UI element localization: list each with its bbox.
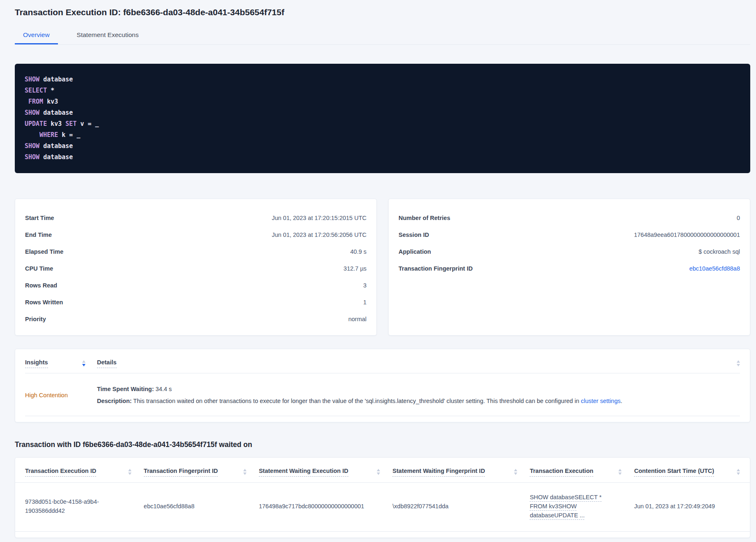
insights-header-cell: Insights — [25, 359, 97, 368]
transaction-fingerprint-link[interactable]: ebc10ae56cfd88a8 — [689, 264, 740, 273]
stat-label: Rows Read — [25, 281, 57, 290]
waited-on-table-header: Transaction Execution ID Transaction Fin… — [15, 468, 750, 477]
stat-row: Transaction Fingerprint ID ebc10ae56cfd8… — [399, 260, 740, 277]
description-period: . — [620, 398, 622, 404]
sql-line: FROM kv3 — [25, 96, 740, 107]
sql-token: k = _ — [58, 131, 80, 139]
tab-overview[interactable]: Overview — [15, 28, 58, 44]
sql-token: SET — [65, 120, 76, 127]
header-cell: Transaction Execution — [530, 468, 634, 477]
time-spent-waiting-label: Time Spent Waiting: — [97, 386, 154, 392]
stat-row: Priority normal — [25, 311, 366, 328]
sql-token: SHOW — [25, 76, 39, 83]
stat-label: Priority — [25, 315, 46, 324]
sort-icon[interactable] — [377, 468, 380, 475]
insight-details: Time Spent Waiting: 34.4 s Description: … — [97, 384, 740, 405]
stat-row: Start Time Jun 01, 2023 at 17:20:15:2015… — [25, 210, 366, 227]
sql-line: SHOW database — [25, 141, 740, 152]
column-header-details[interactable]: Details — [97, 359, 117, 368]
sql-line: SHOW database — [25, 74, 740, 85]
stat-value: Jun 01, 2023 at 17:20:15:2015 UTC — [272, 214, 366, 222]
sort-icon[interactable] — [243, 468, 247, 475]
sql-line: SELECT * — [25, 85, 740, 96]
sql-token: SHOW — [25, 153, 39, 161]
cell-transaction-execution: SHOW databaseSELECT * FROM kv3SHOW datab… — [530, 493, 634, 520]
cell-statement-waiting-fingerprint-id: \xdb8922f077541dda — [392, 502, 530, 511]
header-cell: Statement Waiting Fingerprint ID — [392, 468, 530, 477]
sql-token: kv3 — [43, 98, 58, 105]
stat-label: End Time — [25, 231, 52, 239]
stat-row: Session ID 17648a9eea6017800000000000000… — [399, 227, 740, 243]
stat-value: 3 — [363, 281, 366, 290]
sql-statements-box: SHOW database SELECT * FROM kv3 SHOW dat… — [15, 64, 750, 173]
stat-row: Rows Written 1 — [25, 294, 366, 311]
sql-token: kv3 — [47, 120, 65, 127]
stat-label: Session ID — [399, 231, 429, 239]
stat-label: Transaction Fingerprint ID — [399, 264, 472, 273]
session-summary-card: Number of Retries 0 Session ID 17648a9ee… — [388, 199, 750, 336]
page-title: Transaction Execution ID: f6be6366-da03-… — [15, 7, 750, 17]
sql-token: * — [47, 87, 54, 94]
transaction-execution-link[interactable]: SHOW databaseSELECT * FROM kv3SHOW datab… — [530, 493, 603, 520]
cell-contention-start-time: Jun 01, 2023 at 17:20:49:2049 — [634, 502, 740, 511]
stat-value: 1 — [363, 298, 366, 307]
insight-description: Description: This transaction waited on … — [97, 396, 740, 405]
sql-token: FROM — [25, 98, 43, 105]
time-spent-waiting: Time Spent Waiting: 34.4 s — [97, 384, 740, 394]
insights-header-cell: Details — [97, 359, 740, 368]
summary-cards-row: Start Time Jun 01, 2023 at 17:20:15:2015… — [15, 199, 750, 336]
stat-value: 17648a9eea6017800000000000000001 — [634, 231, 740, 239]
cell-statement-waiting-execution-id: 176498a9c717bdc80000000000000001 — [259, 502, 392, 511]
column-header-contention-start-time[interactable]: Contention Start Time (UTC) — [634, 468, 714, 477]
column-header-transaction-fingerprint-id[interactable]: Transaction Fingerprint ID — [144, 468, 218, 477]
stat-label: Start Time — [25, 214, 54, 222]
insight-badge: High Contention — [25, 392, 97, 398]
sql-token: v = _ — [76, 120, 99, 127]
column-header-statement-waiting-execution-id[interactable]: Statement Waiting Execution ID — [259, 468, 348, 477]
sort-icon[interactable] — [737, 468, 740, 475]
cluster-settings-link[interactable]: cluster settings — [581, 398, 621, 404]
sql-token: database — [39, 109, 73, 116]
stat-row: Rows Read 3 — [25, 277, 366, 294]
sql-token: database — [39, 76, 73, 83]
sort-icon[interactable] — [618, 468, 622, 475]
description-text: This transaction waited on other transac… — [132, 398, 581, 404]
sort-icon[interactable] — [82, 359, 85, 368]
sort-icon[interactable] — [128, 468, 131, 475]
header-cell: Transaction Execution ID — [25, 468, 144, 477]
sql-token: SHOW — [25, 109, 39, 116]
stat-label: CPU Time — [25, 264, 53, 273]
stat-value: normal — [348, 315, 366, 324]
column-header-transaction-execution-id[interactable]: Transaction Execution ID — [25, 468, 96, 477]
column-header-transaction-execution[interactable]: Transaction Execution — [530, 468, 593, 477]
stat-row: Application $ cockroach sql — [399, 243, 740, 260]
insight-row: High Contention Time Spent Waiting: 34.4… — [25, 373, 740, 416]
stat-row: End Time Jun 01, 2023 at 17:20:56:2056 U… — [25, 227, 366, 243]
sql-token: database — [39, 142, 73, 150]
stat-row: Number of Retries 0 — [399, 210, 740, 227]
sql-line: WHERE k = _ — [25, 130, 740, 141]
description-label: Description: — [97, 398, 132, 404]
cell-transaction-execution-id: 9738d051-bc0e-4158-a9b4-1903586ddd42 — [25, 497, 144, 515]
tab-statement-executions[interactable]: Statement Executions — [69, 28, 147, 44]
stat-label: Rows Written — [25, 298, 63, 307]
stat-label: Elapsed Time — [25, 248, 63, 256]
column-header-statement-waiting-fingerprint-id[interactable]: Statement Waiting Fingerprint ID — [392, 468, 485, 477]
stat-value: $ cockroach sql — [698, 248, 740, 256]
transaction-details-page: Transaction Execution ID: f6be6366-da03-… — [0, 0, 756, 538]
sort-icon[interactable] — [737, 359, 740, 368]
sql-line: SHOW database — [25, 107, 740, 118]
sql-token: database — [39, 153, 73, 161]
sql-line: SHOW database — [25, 152, 740, 163]
stat-value: 40.9 s — [350, 248, 367, 256]
stat-label: Number of Retries — [399, 214, 450, 222]
insights-card: Insights Details High Contention Time Sp… — [15, 349, 750, 422]
sql-line: UPDATE kv3 SET v = _ — [25, 118, 740, 130]
execution-summary-card: Start Time Jun 01, 2023 at 17:20:15:2015… — [15, 199, 377, 336]
sort-icon[interactable] — [514, 468, 517, 475]
column-header-insights[interactable]: Insights — [25, 359, 48, 368]
table-row: 9738d051-bc0e-4158-a9b4-1903586ddd42 ebc… — [15, 483, 750, 532]
tab-bar: Overview Statement Executions — [15, 28, 750, 45]
time-spent-waiting-value: 34.4 s — [154, 386, 172, 392]
sql-token: UPDATE — [25, 120, 47, 127]
